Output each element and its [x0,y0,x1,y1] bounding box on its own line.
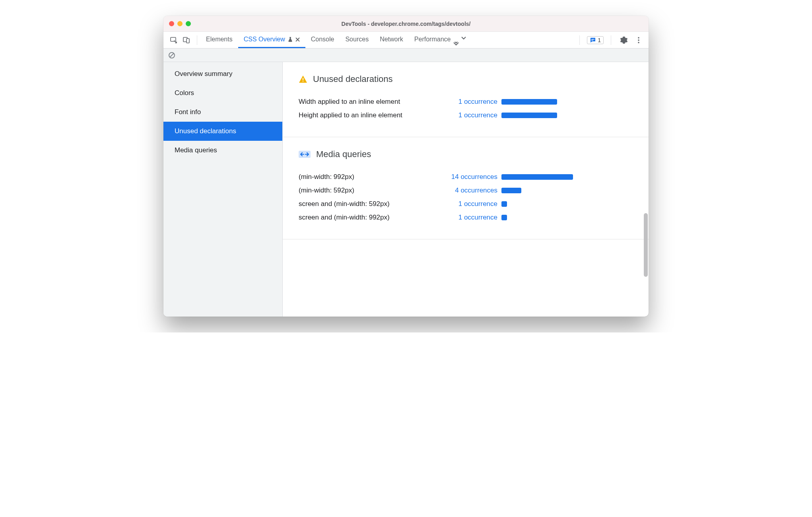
media-row: screen and (min-width: 992px) 1 occurren… [299,214,633,222]
row-label: Height applied to an inline element [299,111,442,119]
occurrence-bar[interactable] [501,188,521,193]
svg-point-6 [638,39,639,41]
tab-console[interactable]: Console [305,32,340,48]
svg-rect-3 [591,39,594,39]
main-tabbar: Elements CSS Overview Console Sources Ne… [163,32,649,49]
media-row: (min-width: 992px) 14 occurrences [299,173,633,181]
bar-wrap [501,99,573,105]
media-queries-arrows-icon [299,151,311,158]
close-tab-icon[interactable] [295,37,300,42]
occurrence-bar[interactable] [501,174,573,180]
svg-point-7 [638,42,639,43]
tab-css-overview[interactable]: CSS Overview [238,32,305,48]
svg-rect-10 [303,81,303,82]
chat-icon [590,37,596,43]
sidebar-item-colors[interactable]: Colors [163,84,282,103]
sidebar-item-label: Overview summary [175,70,232,78]
section-title: Media queries [316,149,371,159]
row-label: screen and (min-width: 592px) [299,200,442,208]
tab-elements[interactable]: Elements [200,32,238,48]
issues-badge[interactable]: 1 [587,36,604,44]
tab-label: Performance [414,36,451,43]
unused-row: Width applied to an inline element 1 occ… [299,98,633,106]
section-title: Unused declarations [313,74,393,84]
sidebar-item-overview-summary[interactable]: Overview summary [163,64,282,84]
titlebar: DevTools - developer.chrome.com/tags/dev… [163,16,649,32]
occurrence-link[interactable]: 1 occurrence [442,111,501,119]
sidebar: Overview summary Colors Font info Unused… [163,62,283,317]
tab-label: Sources [345,36,369,43]
tab-label: CSS Overview [244,36,285,43]
more-tabs-icon[interactable] [456,35,471,46]
scrollbar-thumb[interactable] [644,213,648,277]
svg-point-5 [638,37,639,39]
divider [611,35,611,45]
row-label: (min-width: 592px) [299,187,442,194]
tab-performance[interactable]: Performance [409,32,457,48]
issues-count: 1 [598,37,601,43]
occurrence-link[interactable]: 1 occurrence [442,98,501,106]
occurrence-bar[interactable] [501,113,557,118]
occurrence-bar[interactable] [501,99,557,105]
divider [197,35,197,45]
clear-icon[interactable] [168,52,175,59]
inspect-element-icon[interactable] [170,36,178,44]
sidebar-item-label: Font info [175,108,201,116]
occurrence-link[interactable]: 14 occurrences [442,173,501,181]
more-options-icon[interactable] [633,35,644,45]
bar-wrap [501,174,573,180]
section-media-queries: Media queries (min-width: 992px) 14 occu… [283,137,649,239]
occurrence-link[interactable]: 4 occurrences [442,187,501,194]
tab-sources[interactable]: Sources [340,32,374,48]
tab-network[interactable]: Network [374,32,409,48]
occurrence-bar[interactable] [501,201,507,207]
row-label: (min-width: 992px) [299,173,442,181]
devtools-window: DevTools - developer.chrome.com/tags/dev… [163,16,649,317]
sidebar-item-label: Media queries [175,146,217,154]
row-label: screen and (min-width: 992px) [299,214,442,222]
content-area: Overview summary Colors Font info Unused… [163,62,649,317]
main-panel[interactable]: Unused declarations Width applied to an … [283,62,649,317]
divider [579,35,580,45]
settings-gear-icon[interactable] [618,35,629,46]
sub-toolbar [163,49,649,62]
experiment-flask-icon [288,37,293,42]
window-title: DevTools - developer.chrome.com/tags/dev… [163,21,649,27]
svg-rect-0 [171,37,176,41]
svg-rect-2 [186,39,189,43]
bar-wrap [501,113,573,118]
section-unused-declarations: Unused declarations Width applied to an … [283,62,649,137]
sidebar-item-font-info[interactable]: Font info [163,103,282,122]
tab-label: Console [311,36,334,43]
sidebar-item-label: Unused declarations [175,127,236,135]
media-row: screen and (min-width: 592px) 1 occurren… [299,200,633,208]
sidebar-item-unused-declarations[interactable]: Unused declarations [163,122,282,141]
tab-label: Elements [206,36,233,43]
sidebar-item-media-queries[interactable]: Media queries [163,141,282,160]
device-toolbar-icon[interactable] [183,36,190,44]
bar-wrap [501,188,573,193]
occurrence-bar[interactable] [501,215,507,220]
bar-wrap [501,201,573,207]
svg-rect-9 [303,78,303,80]
tab-label: Network [380,36,403,43]
occurrence-link[interactable]: 1 occurrence [442,200,501,208]
unused-row: Height applied to an inline element 1 oc… [299,111,633,119]
occurrence-link[interactable]: 1 occurrence [442,214,501,222]
bar-wrap [501,215,573,220]
row-label: Width applied to an inline element [299,98,442,106]
media-row: (min-width: 592px) 4 occurrences [299,187,633,194]
sidebar-item-label: Colors [175,89,194,97]
warning-triangle-icon [299,75,307,84]
svg-rect-4 [591,40,593,40]
